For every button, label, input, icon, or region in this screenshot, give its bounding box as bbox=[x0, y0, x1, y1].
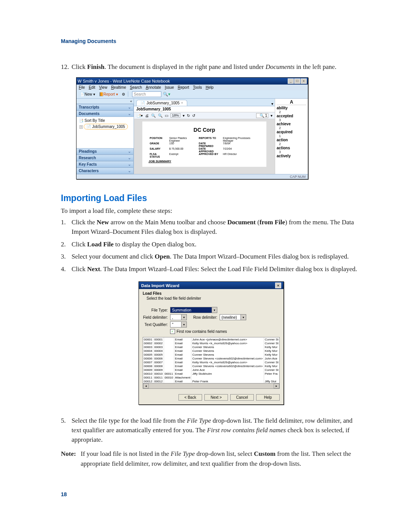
index-word[interactable]: ability bbox=[277, 106, 306, 110]
menu-report[interactable]: Report bbox=[178, 85, 189, 89]
first-row-checkbox[interactable]: ✓ bbox=[170, 329, 175, 334]
field-delimiter-label: Field delimiter: bbox=[143, 315, 170, 320]
table-row: 000110001100010Attachment bbox=[143, 375, 279, 379]
zoom-in-icon[interactable]: 🔍 bbox=[151, 113, 156, 118]
screenshot-import-wizard: Data Import Wizard × Load Files Select t… bbox=[139, 281, 284, 405]
tab-dropdown-icon[interactable]: ▾ bbox=[270, 102, 275, 106]
close-icon[interactable]: × bbox=[301, 78, 307, 84]
scroll-right-icon[interactable]: ► bbox=[274, 383, 279, 388]
menu-bar: File Edit View Realtime Search Annotate … bbox=[76, 85, 308, 90]
index-count: 3 bbox=[277, 150, 306, 154]
table-row: 0000200002EmailKelly Morris <k_morris826… bbox=[143, 341, 279, 345]
step-number: 12. bbox=[61, 62, 72, 72]
back-button[interactable]: < Back bbox=[178, 394, 202, 401]
menu-view[interactable]: View bbox=[99, 85, 107, 89]
step-text: Click Load File to display the Open dial… bbox=[72, 240, 362, 249]
row-delimiter-label: Row delimiter: bbox=[187, 315, 220, 320]
zoom-out-icon[interactable]: 🔍 bbox=[158, 113, 162, 118]
tool-icon[interactable]: 🖨 bbox=[145, 113, 149, 118]
note-label: Note: bbox=[61, 449, 81, 468]
field-delimiter-select[interactable]: , bbox=[170, 314, 182, 320]
text-qualifier-select[interactable]: " bbox=[170, 321, 182, 328]
table-row: 0000800008EmailConner Stevens <cstevens6… bbox=[143, 364, 279, 368]
collapse-icon[interactable]: « bbox=[130, 99, 132, 103]
wizard-heading: Load Files bbox=[143, 291, 280, 296]
toolbar-icon[interactable]: ⚙ bbox=[121, 92, 126, 97]
page-input[interactable]: 🔍 1 bbox=[256, 113, 268, 118]
document-item-selected[interactable]: 📄JobSummary_1005 bbox=[84, 124, 128, 129]
file-type-select[interactable]: Summation bbox=[170, 307, 212, 313]
menu-realtime[interactable]: Realtime bbox=[111, 85, 126, 89]
panel-documents[interactable]: Documents⌄ bbox=[76, 110, 134, 117]
horizontal-scrollbar[interactable]: ◄ ► bbox=[143, 383, 280, 389]
cancel-button[interactable]: Cancel bbox=[230, 394, 254, 401]
status-bar: CAP NUM bbox=[76, 174, 308, 179]
search-input[interactable]: Search bbox=[132, 91, 162, 97]
search-icon[interactable]: 🔍▾ bbox=[163, 92, 170, 97]
document-viewport: DC Corp POSITIONSenior Plastics Engineer… bbox=[134, 119, 275, 174]
tab-close-icon[interactable]: × bbox=[181, 101, 183, 105]
report-button[interactable]: 📙Report ▾ bbox=[98, 92, 119, 97]
dropdown-icon[interactable]: ▼ bbox=[241, 314, 246, 320]
table-row: 000100001000011EmailJiffy StolkholmPeter… bbox=[143, 372, 279, 375]
step-text: Click Finish. The document is displayed … bbox=[72, 62, 362, 72]
menu-annotate[interactable]: Annotate bbox=[146, 85, 161, 89]
dropdown-icon[interactable]: ▼ bbox=[212, 307, 217, 313]
menu-tools[interactable]: Tools bbox=[193, 85, 202, 89]
menu-edit[interactable]: Edit bbox=[89, 85, 95, 89]
minimize-icon[interactable]: _ bbox=[288, 78, 294, 84]
step-number: 4. bbox=[61, 265, 72, 274]
table-row: 0001200012EmailPeter FrankJiffy Stol bbox=[143, 379, 279, 383]
panel-transcripts[interactable]: Transcripts⌄ bbox=[76, 104, 134, 110]
index-word[interactable]: achieve bbox=[277, 122, 306, 126]
note-text: If your load file is not listed in the F… bbox=[81, 449, 362, 468]
menu-help[interactable]: Help bbox=[206, 85, 213, 89]
index-count: 1 bbox=[277, 134, 306, 138]
index-letter: A bbox=[277, 99, 306, 105]
panel-pleadings[interactable]: Pleadings⌄ bbox=[76, 148, 134, 155]
table-row: 0000100001EmailJohn Ace <johnace@directi… bbox=[143, 337, 279, 341]
tool-icon[interactable]: 📑▾ bbox=[136, 113, 143, 118]
rotate-icon[interactable]: ↺ bbox=[192, 113, 195, 118]
index-word[interactable]: action bbox=[277, 138, 306, 142]
panel-characters[interactable]: Characters⌄ bbox=[76, 168, 134, 174]
new-button[interactable]: 📄New ▾ bbox=[79, 92, 96, 97]
step-text: Click the New arrow on the Main Menu too… bbox=[72, 218, 362, 236]
word-index-panel: A ability2accepted3achieve2acquired1acti… bbox=[275, 99, 308, 174]
index-word[interactable]: actively bbox=[277, 154, 306, 158]
index-word[interactable]: acquired bbox=[277, 130, 306, 134]
menu-file[interactable]: File bbox=[79, 85, 85, 89]
page-dropdown-icon[interactable]: ▾ bbox=[271, 113, 272, 118]
help-button[interactable]: Help bbox=[256, 394, 280, 401]
scroll-left-icon[interactable]: ◄ bbox=[143, 383, 149, 388]
zoom-value[interactable]: 18% bbox=[170, 113, 180, 118]
sort-by-title[interactable]: 📑 Sort By Title bbox=[79, 118, 131, 123]
dialog-title: Data Import Wizard bbox=[141, 283, 179, 288]
page-number: 18 bbox=[61, 491, 362, 497]
maximize-icon[interactable]: □ bbox=[294, 78, 300, 84]
rotate-icon[interactable]: ↻ bbox=[187, 113, 190, 118]
next-button[interactable]: Next > bbox=[204, 394, 228, 401]
table-row: 0000300003EmailConner StevensKelly Mor bbox=[143, 345, 279, 349]
table-row: 0000500005EmailConner StevensKelly Mor bbox=[143, 353, 279, 356]
menu-search[interactable]: Search bbox=[130, 85, 142, 89]
dropdown-icon[interactable]: ▼ bbox=[182, 314, 187, 320]
doc-section-heading: JOB SUMMARY bbox=[148, 160, 260, 163]
index-word[interactable]: actions bbox=[277, 146, 306, 150]
close-icon[interactable]: × bbox=[275, 283, 281, 288]
document-page: DC Corp POSITIONSenior Plastics Engineer… bbox=[142, 121, 266, 167]
row-delimiter-select[interactable]: (newline) bbox=[220, 314, 241, 320]
window-title: W Smith v Jones - West LiveNote Case Not… bbox=[78, 79, 170, 83]
index-word[interactable]: accepted bbox=[277, 114, 306, 118]
text-qualifier-label: Text Qualifier: bbox=[143, 323, 170, 327]
index-count: 3 bbox=[277, 118, 306, 122]
document-tab[interactable]: 📄JobSummary_1005× bbox=[136, 100, 187, 106]
step-number: 2. bbox=[61, 240, 72, 249]
screenshot-application-window: W Smith v Jones - West LiveNote Case Not… bbox=[76, 77, 308, 179]
dropdown-icon[interactable]: ▼ bbox=[182, 321, 187, 328]
panel-research[interactable]: Research⌄ bbox=[76, 155, 134, 161]
menu-issue[interactable]: Issue bbox=[165, 85, 174, 89]
first-row-checkbox-label: First row contains field names bbox=[177, 329, 227, 334]
panel-keyfacts[interactable]: Key Facts⌄ bbox=[76, 161, 134, 168]
fit-icon[interactable]: ▭ bbox=[165, 113, 168, 118]
